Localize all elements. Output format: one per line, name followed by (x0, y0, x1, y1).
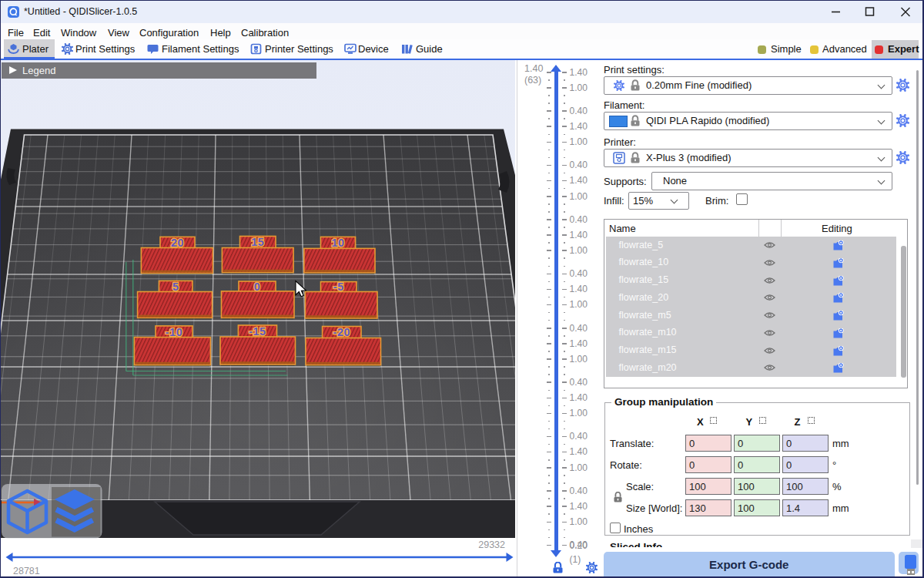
svg-text:5: 5 (172, 281, 179, 293)
svg-text:-15: -15 (249, 325, 266, 338)
svg-text:29332: 29332 (478, 539, 505, 550)
svg-text:0: 0 (254, 281, 261, 293)
svg-text:28781: 28781 (13, 566, 40, 576)
svg-text:15: 15 (251, 236, 264, 248)
svg-text:-20: -20 (333, 326, 350, 338)
svg-text:20: 20 (171, 237, 184, 249)
svg-text:10: 10 (331, 237, 344, 249)
svg-text:-10: -10 (166, 326, 182, 338)
svg-text:-5: -5 (333, 281, 344, 293)
